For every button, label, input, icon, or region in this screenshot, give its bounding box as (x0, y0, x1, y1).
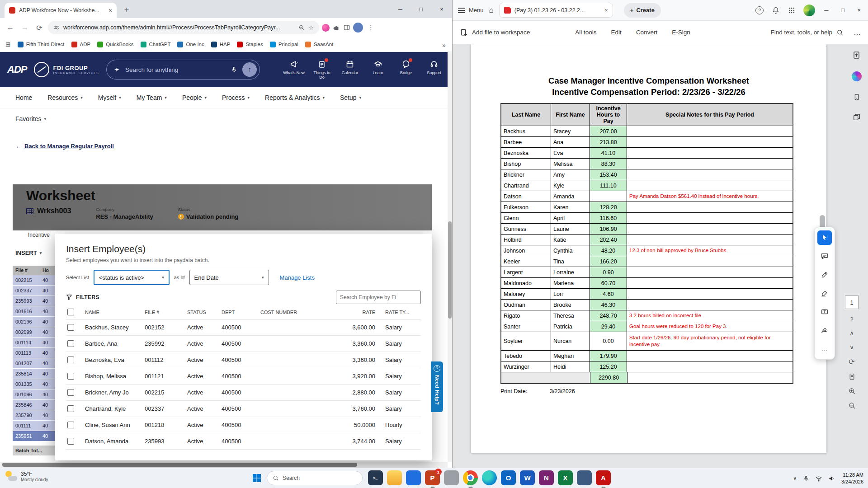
taskbar-app-icon[interactable] (406, 470, 421, 485)
zoom-out-icon[interactable] (848, 402, 856, 409)
paydata-row[interactable]: 001096 40 (13, 389, 60, 399)
bookmark-item[interactable]: Fifth Third Direct (18, 42, 65, 47)
nav-item[interactable]: Process ▾ (222, 94, 250, 101)
col-cost[interactable]: COST NUMBER (260, 310, 328, 315)
taskbar-app-icon[interactable] (577, 470, 592, 485)
paydata-row[interactable]: 235790 40 (13, 410, 60, 420)
paydata-row[interactable]: 235951 40 (13, 431, 60, 441)
nav-item[interactable]: Reports & Analytics ▾ (265, 94, 325, 101)
find-tools-search[interactable]: Find text, tools, or help (770, 29, 844, 36)
paydata-row[interactable]: 001113 40 (13, 348, 60, 358)
taskbar-search[interactable]: Search (267, 471, 363, 485)
paydata-row[interactable]: 001114 40 (13, 338, 60, 347)
current-page-box[interactable]: 1 (845, 296, 859, 309)
address-bar[interactable]: workforcenow.adp.com/theme/admin.html#/P… (48, 21, 319, 34)
export-pages-icon[interactable] (852, 51, 861, 60)
taskbar-app-icon[interactable]: X (558, 470, 573, 485)
zoom-page-icon[interactable] (298, 24, 305, 31)
nav-item[interactable]: Resources ▾ (47, 94, 82, 101)
extension-icon[interactable] (322, 24, 330, 32)
paydata-row[interactable]: 235993 40 (13, 296, 60, 306)
employee-row[interactable]: Brickner, Amy Jo 002215 Active 400500 2,… (66, 385, 421, 401)
select-tool[interactable] (817, 230, 832, 245)
row-checkbox[interactable] (67, 373, 74, 380)
favorites-menu[interactable]: Favorites ▾ (0, 108, 452, 129)
acrobat-menu-button[interactable]: Menu (458, 7, 484, 14)
forward-icon[interactable]: → (19, 22, 31, 33)
document-tab[interactable]: (Pay 3) 01.23.26 - 03.22.2... × (499, 3, 613, 18)
nav-item[interactable]: Home ▾ (15, 94, 32, 101)
toolbar-overflow-icon[interactable]: … (854, 28, 861, 37)
adp-logo[interactable]: ADP (7, 64, 27, 75)
start-button[interactable] (252, 474, 261, 483)
col-name[interactable]: NAME (85, 310, 145, 315)
add-file-button[interactable]: Add file to workspace (460, 28, 530, 37)
col-dept[interactable]: DEPT (222, 310, 260, 315)
tab-close-icon[interactable]: × (605, 7, 608, 14)
whats-new-link[interactable]: What's New (283, 60, 305, 80)
taskbar-app-icon[interactable]: O (501, 470, 516, 485)
row-checkbox[interactable] (67, 324, 74, 331)
employee-row[interactable]: Cline, Susan Ann 001218 Active 400500 50… (66, 417, 421, 433)
refresh-icon[interactable]: ⟳ (849, 357, 854, 366)
adp-search-bar[interactable]: Search for anything ↑ (106, 60, 260, 80)
account-avatar[interactable] (803, 5, 815, 16)
bookmark-item[interactable]: ChatGPT (141, 42, 171, 47)
minimize-button[interactable]: ─ (390, 0, 410, 18)
employee-search-input[interactable] (336, 291, 421, 304)
bookmark-icon[interactable] (853, 93, 861, 101)
nav-item[interactable]: Myself ▾ (98, 94, 121, 101)
edit-menu[interactable]: Edit (611, 29, 622, 36)
notifications-bell-icon[interactable] (772, 6, 780, 14)
apps-grid-icon[interactable]: ⊞ (5, 41, 11, 48)
search-submit-icon[interactable]: ↑ (242, 62, 257, 77)
employee-row[interactable]: Backhus, Stacey 002152 Active 400500 3,6… (66, 319, 421, 336)
select-list-dropdown[interactable]: <status is active> ▾ (94, 270, 170, 285)
need-help-tab[interactable]: ? Need Help? (431, 361, 443, 412)
weather-widget[interactable]: 35°F Mostly cloudy (5, 470, 48, 482)
highlight-tool[interactable] (817, 286, 832, 300)
col-rate-type[interactable]: RATE TY... (375, 310, 416, 315)
create-button[interactable]: + Create (624, 3, 661, 18)
draw-tool[interactable] (817, 267, 832, 282)
back-icon[interactable]: ← (5, 22, 16, 33)
nav-item[interactable]: My Team ▾ (137, 94, 167, 101)
profile-avatar[interactable] (353, 23, 363, 33)
insert-button[interactable]: INSERT ▾ (15, 249, 42, 256)
taskbar-app-icon[interactable] (482, 470, 497, 485)
taskbar-app-icon[interactable]: A (596, 470, 611, 485)
taskbar-app-icon[interactable] (387, 470, 402, 485)
scrollbar-thumb[interactable] (2, 463, 357, 467)
paydata-row[interactable]: 001335 40 (13, 379, 60, 389)
browser-tab[interactable]: ADP Workforce Now - Workshe... × (5, 3, 117, 18)
convert-menu[interactable]: Convert (636, 29, 657, 36)
row-checkbox[interactable] (67, 357, 74, 363)
volume-icon[interactable] (828, 475, 835, 482)
browser-menu-icon[interactable]: ⋮ (366, 23, 376, 32)
close-button[interactable]: × (431, 0, 452, 18)
bookmark-item[interactable]: SaasAnt (305, 42, 333, 47)
paydata-row[interactable]: 002215 40 (13, 275, 60, 285)
nav-item[interactable]: People ▾ (182, 94, 207, 101)
col-status[interactable]: STATUS (187, 310, 222, 315)
bookmark-item[interactable]: ADP (71, 42, 91, 47)
employee-row-clipped[interactable] (66, 450, 421, 460)
microphone-icon[interactable] (231, 66, 238, 73)
employee-row[interactable]: Chartrand, Kyle 002337 Active 400500 3,7… (66, 401, 421, 417)
select-all-checkbox[interactable] (67, 309, 74, 315)
col-rate[interactable]: RATE (328, 310, 375, 315)
search-placeholder[interactable]: Search for anything (125, 66, 226, 73)
taskbar-app-icon[interactable]: N (539, 470, 554, 485)
new-tab-button[interactable]: + (120, 4, 133, 16)
maximize-button[interactable]: □ (410, 0, 431, 18)
add-text-tool[interactable] (817, 305, 832, 319)
paydata-row[interactable]: 235846 40 (13, 400, 60, 410)
bookmarks-overflow-icon[interactable]: » (442, 42, 446, 49)
comment-tool[interactable] (817, 249, 832, 263)
paydata-row[interactable]: 001111 40 (13, 421, 60, 431)
back-to-payroll-link[interactable]: ← Back to Manage Regular Payroll (15, 143, 114, 150)
row-checkbox[interactable] (67, 389, 74, 396)
row-checkbox[interactable] (67, 340, 74, 347)
close-button[interactable]: × (857, 7, 861, 14)
employee-row[interactable]: Bishop, Melissa 001121 Active 400500 3,9… (66, 368, 421, 385)
